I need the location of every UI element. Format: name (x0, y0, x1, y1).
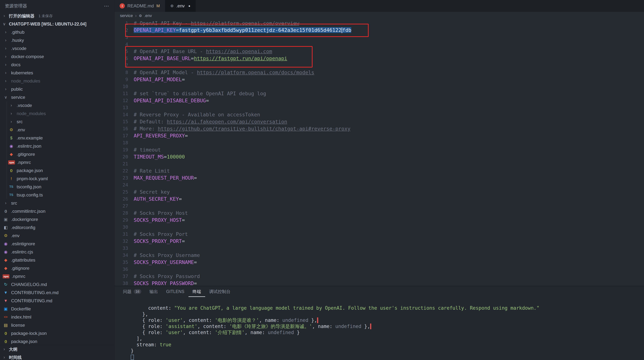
tree-file-.gitignore[interactable]: ◆.gitignore (0, 264, 114, 272)
tree-file-.env.example[interactable]: $.env.example (0, 134, 114, 142)
explorer-header: 资源管理器 ⋯ (0, 0, 114, 12)
tree-file-.editorconfig[interactable]: ◧.editorconfig (0, 224, 114, 232)
code-line-10[interactable]: 10 (114, 83, 644, 90)
code-line-30[interactable]: 30 (114, 224, 644, 231)
panel-tab-problems[interactable]: 问题16 (119, 286, 145, 297)
tree-file-.eslintignore[interactable]: ◉.eslintignore (0, 240, 114, 248)
tree-file-tsup.config.ts[interactable]: TStsup.config.ts (0, 191, 114, 199)
panel-tab-terminal[interactable]: 终端 (188, 286, 205, 297)
code-line-28[interactable]: 28# Socks Proxy Host (114, 209, 644, 216)
code-line-11[interactable]: 11# set `true` to disable OpenAI API deb… (114, 90, 644, 97)
tree-file-CHANGELOG.md[interactable]: ↻CHANGELOG.md (0, 281, 114, 289)
code-line-1[interactable]: 1# OpenAI API Key - https://platform.ope… (114, 19, 644, 27)
tree-folder-node_modules[interactable]: ›node_modules (0, 109, 114, 118)
tree-file-.gitignore[interactable]: ◆.gitignore (0, 150, 114, 158)
tree-item-label: .gitignore (11, 266, 30, 271)
tree-folder-.github[interactable]: ›.github (0, 28, 114, 36)
workspace-section[interactable]: ∨ CHATGPT-WEB [WSL: UBUNTU-22.04] (0, 20, 114, 28)
tree-folder-.husky[interactable]: ›.husky (0, 36, 114, 44)
code-line-12[interactable]: 12OPENAI_API_DISABLE_DEBUG= (114, 97, 644, 104)
chevron-down-icon: ∨ (2, 22, 7, 26)
code-line-24[interactable]: 24 (114, 181, 644, 188)
tree-folder-src[interactable]: ›src (0, 199, 114, 207)
git-icon: ◆ (2, 258, 9, 263)
code-line-33[interactable]: 33 (114, 245, 644, 252)
tree-folder-node_modules[interactable]: ›node_modules (0, 77, 114, 85)
code-line-4[interactable]: 4 (114, 41, 644, 48)
tree-file-.env[interactable]: ⚙.env (0, 126, 114, 134)
code-line-34[interactable]: 34# Socks Proxy Username (114, 252, 644, 259)
tree-file-license[interactable]: ▤license (0, 321, 114, 329)
open-editors-section[interactable]: › 打开的编辑器 1 未保存 (0, 12, 114, 20)
tree-file-.env[interactable]: ⚙.env (0, 232, 114, 240)
panel-tab-output[interactable]: 输出 (145, 286, 162, 297)
panel-tab-debug-console[interactable]: 调试控制台 (205, 286, 234, 297)
code-line-17[interactable]: 17API_REVERSE_PROXY= (114, 132, 644, 139)
code-line-3[interactable]: 3 (114, 34, 644, 41)
tree-file-package.json[interactable]: {}package.json (0, 166, 114, 175)
code-line-2[interactable]: 2OPENAI_API_KEY=fastgpt-y6b3axfbdd5wyp01… (114, 27, 644, 34)
tree-file-package.json[interactable]: {}package.json (0, 338, 114, 346)
code-line-38[interactable]: 38SOCKS_PROXY_PASSWORD= (114, 280, 644, 286)
readme-tab[interactable]: iREADME.mdM (114, 0, 165, 12)
code-line-31[interactable]: 31# Socks Proxy Port (114, 231, 644, 238)
code-line-21[interactable]: 21 (114, 160, 644, 167)
tree-file-CONTRIBUTING.en.md[interactable]: ▼CONTRIBUTING.en.md (0, 289, 114, 297)
more-actions-icon[interactable]: ⋯ (104, 3, 110, 9)
timeline-section[interactable]: › 时间线 (0, 353, 114, 360)
code-line-25[interactable]: 25# Secret key (114, 188, 644, 195)
code-line-35[interactable]: 35SOCKS_PROXY_USERNAME= (114, 259, 644, 266)
code-line-14[interactable]: 14# Reverse Proxy - Available on accessT… (114, 111, 644, 118)
code-line-29[interactable]: 29SOCKS_PROXY_HOST= (114, 216, 644, 224)
tree-file-.eslintrc.cjs[interactable]: ◉.eslintrc.cjs (0, 248, 114, 256)
code-line-9[interactable]: 9OPENAI_API_MODEL= (114, 76, 644, 83)
tree-file-index.html[interactable]: <>index.html (0, 313, 114, 321)
panel-tab-gitlens[interactable]: GITLENS (162, 286, 188, 297)
code-line-6[interactable]: 6OPENAI_API_BASE_URL=https://fastgpt.run… (114, 55, 644, 62)
code-line-15[interactable]: 15# Default: https://ai.fakeopen.com/api… (114, 118, 644, 125)
code-line-36[interactable]: 36 (114, 266, 644, 273)
tree-file-.commitlintrc.json[interactable]: {}.commitlintrc.json (0, 207, 114, 215)
tree-file-CONTRIBUTING.md[interactable]: ▼CONTRIBUTING.md (0, 297, 114, 305)
tree-file-pnpm-lock.yaml[interactable]: !pnpm-lock.yaml (0, 175, 114, 183)
line-number: 3 (114, 34, 128, 40)
code-line-8[interactable]: 8# OpenAI API Model - https://platform.o… (114, 69, 644, 76)
tree-folder-.vscode[interactable]: ›.vscode (0, 44, 114, 52)
terminal-output[interactable]: content: "You are ChatGPT, a large langu… (114, 297, 644, 360)
code-line-18[interactable]: 18 (114, 139, 644, 146)
tree-file-.dockerignore[interactable]: ▣.dockerignore (0, 215, 114, 224)
tree-folder-docs[interactable]: ›docs (0, 61, 114, 69)
code-line-7[interactable]: 7 (114, 62, 644, 69)
breadcrumb-item[interactable]: .env (144, 13, 152, 18)
dirty-indicator-icon[interactable]: ● (188, 4, 190, 8)
code-line-32[interactable]: 32SOCKS_PROXY_PORT= (114, 238, 644, 245)
tree-file-Dockerfile[interactable]: ▣Dockerfile (0, 305, 114, 313)
code-line-27[interactable]: 27 (114, 202, 644, 209)
code-line-37[interactable]: 37# Socks Proxy Password (114, 273, 644, 280)
env-tab[interactable]: ⚙.env● (165, 0, 196, 12)
breadcrumb-item[interactable]: service (120, 13, 133, 18)
tree-folder-kubernetes[interactable]: ›kubernetes (0, 69, 114, 77)
code-line-22[interactable]: 22# Rate Limit (114, 167, 644, 174)
code-line-23[interactable]: 23MAX_REQUEST_PER_HOUR= (114, 174, 644, 181)
tree-file-.gitattributes[interactable]: ◆.gitattributes (0, 256, 114, 264)
code-editor[interactable]: 1# OpenAI API Key - https://platform.ope… (114, 19, 644, 286)
line-number: 20 (114, 154, 128, 159)
tree-file-.npmrc[interactable]: npm.npmrc (0, 158, 114, 166)
tree-folder-.vscode[interactable]: ›.vscode (0, 101, 114, 109)
tree-file-package-lock.json[interactable]: {}package-lock.json (0, 329, 114, 338)
tree-folder-public[interactable]: ›public (0, 85, 114, 93)
tree-file-.eslintrc.json[interactable]: ◉.eslintrc.json (0, 142, 114, 150)
tree-folder-service[interactable]: ∨service (0, 93, 114, 101)
code-line-19[interactable]: 19# timeout (114, 146, 644, 153)
code-line-20[interactable]: 20TIMEOUT_MS=100000 (114, 153, 644, 160)
code-line-26[interactable]: 26AUTH_SECRET_KEY= (114, 195, 644, 202)
tree-folder-docker-compose[interactable]: ›docker-compose (0, 52, 114, 61)
code-line-16[interactable]: 16# More: https://github.com/transitive-… (114, 125, 644, 132)
outline-section[interactable]: › 大纲 (0, 345, 114, 353)
tree-file-.npmrc[interactable]: npm.npmrc (0, 272, 114, 281)
code-line-5[interactable]: 5# OpenAI API Base URL - https://api.ope… (114, 48, 644, 55)
tree-file-tsconfig.json[interactable]: TStsconfig.json (0, 183, 114, 191)
code-line-13[interactable]: 13 (114, 104, 644, 111)
tree-folder-src[interactable]: ›src (0, 118, 114, 126)
